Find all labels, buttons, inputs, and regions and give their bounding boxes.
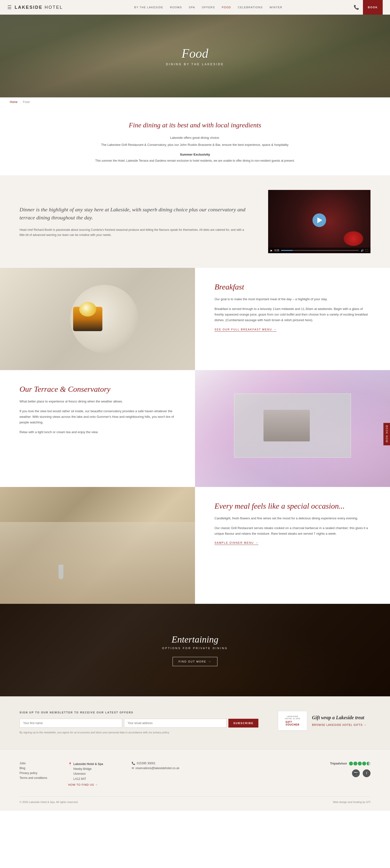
- phone-icon: [132, 762, 135, 765]
- dinner-menu-link[interactable]: SAMPLE DINNER MENU: [215, 541, 258, 545]
- video-fullscreen-icon[interactable]: ⛶: [366, 249, 368, 252]
- intro-exclusivity-text: This summer the Hotel, Lakeside Terrace …: [49, 158, 341, 163]
- terrace-content: Our Terrace & Conservatory What better p…: [0, 370, 195, 487]
- gift-browse-link[interactable]: BROWSE LAKESIDE HOTEL GIFTS: [312, 723, 367, 726]
- breadcrumb-home[interactable]: Home: [10, 100, 18, 104]
- video-player[interactable]: ▶ 0:26 🔊 ⛶: [268, 190, 370, 253]
- phone-icon[interactable]: 📞: [354, 5, 359, 10]
- video-section: Dinner is the highlight of any stay here…: [0, 175, 390, 268]
- ta-dot-5: [367, 762, 370, 766]
- tripadvisor-dots: [349, 762, 370, 766]
- footer-social-column: Tripadvisor 📷 f: [195, 762, 370, 787]
- terrace-image: [195, 370, 390, 487]
- wine-glass: [58, 565, 63, 579]
- intro-section: Fine dining at its best and with local i…: [0, 106, 390, 175]
- book-now-side-button[interactable]: Book Now: [383, 423, 390, 445]
- book-button[interactable]: BOOK: [363, 0, 383, 14]
- newsletter-disclaimer: By signing up to the newsletter, you agr…: [20, 731, 258, 735]
- hamburger-icon[interactable]: ☰: [7, 4, 12, 10]
- nav-link-by-the-lakeside[interactable]: BY THE LAKESIDE: [134, 6, 163, 9]
- dinner-text2: Our classic Grill Restaurant serves stea…: [215, 525, 370, 537]
- video-description: Head chef Richard Booth is passionate ab…: [20, 227, 249, 238]
- site-logo[interactable]: LAKESIDE HOTEL: [15, 5, 63, 10]
- gift-text: Gift wrap a Lakeside treat BROWSE LAKESI…: [312, 715, 367, 727]
- play-icon: [317, 217, 322, 223]
- dinner-section: Every meal feels like a special occasion…: [0, 487, 390, 604]
- footer-contact-column: 015395 30001 reservations@lakesidehotel.…: [132, 762, 180, 787]
- newsletter-firstname-input[interactable]: [20, 719, 122, 727]
- newsletter-inputs: SUBSCRIBE: [20, 719, 258, 727]
- entertaining-find-out-more-button[interactable]: FIND OUT MORE →: [173, 657, 218, 666]
- breadcrumb-separator: .: [19, 100, 20, 104]
- footer-directions-link[interactable]: HOW TO FIND US: [68, 783, 98, 786]
- dinner-heading: Every meal feels like a special occasion…: [215, 502, 370, 510]
- footer-top: Jobs Blog Privacy policy Terms and condi…: [20, 762, 370, 787]
- intro-text1: Lakeside offers great dining choice.: [49, 135, 341, 141]
- breakfast-text2: Breakfast is served through to a leisure…: [215, 306, 370, 323]
- breakfast-content: Breakfast Our goal is to make the most i…: [195, 268, 390, 370]
- intro-text2: The Lakeview Grill Restaurant & Conserva…: [49, 142, 341, 148]
- footer-link-terms[interactable]: Terms and conditions: [20, 776, 54, 780]
- footer-bottom: © 2020 Lakeside Hotel & Spa. All rights …: [20, 797, 370, 804]
- video-quote: Dinner is the highlight of any stay here…: [20, 206, 249, 222]
- newsletter-subscribe-button[interactable]: SUBSCRIBE: [228, 719, 258, 727]
- voucher-label: GIFTVOUCHER: [285, 721, 299, 726]
- terrace-people: [263, 410, 310, 441]
- newsletter-email-input[interactable]: [124, 719, 227, 727]
- hero-section: Food DINING BY THE LAKESIDE: [0, 14, 390, 97]
- terrace-text2: If you love the view but would rather si…: [20, 408, 175, 425]
- video-text: Dinner is the highlight of any stay here…: [20, 206, 249, 238]
- terrace-section: Our Terrace & Conservatory What better p…: [0, 370, 390, 487]
- tripadvisor-rating: Tripadvisor: [330, 762, 370, 766]
- nav-link-celebrations[interactable]: CELEBRATIONS: [238, 6, 263, 9]
- video-play-icon[interactable]: ▶: [271, 249, 273, 252]
- terrace-text1: What better place to experience al fresc…: [20, 399, 175, 404]
- footer-address-column: Lakeside Hotel & Spa Newby BridgeUlverst…: [68, 762, 117, 787]
- nav-link-offers[interactable]: OFFERS: [202, 6, 215, 9]
- breakfast-menu-link[interactable]: SEE OUR FULL BREAKFAST MENU: [215, 328, 277, 332]
- social-icons: 📷 f: [352, 769, 370, 777]
- video-progress-bar[interactable]: [281, 250, 359, 251]
- breadcrumb-current: Food: [23, 100, 29, 104]
- email-icon: [132, 767, 134, 770]
- facebook-icon[interactable]: f: [363, 769, 370, 777]
- video-controls: ▶ 0:26 🔊 ⛶: [268, 248, 370, 253]
- tripadvisor-logo: Tripadvisor: [330, 762, 347, 765]
- ta-dot-1: [349, 762, 353, 766]
- video-volume-icon[interactable]: 🔊: [361, 249, 364, 252]
- egg-stack: [73, 307, 102, 331]
- footer-email-link[interactable]: reservations@lakesidehotel.co.uk: [136, 767, 179, 770]
- nav-link-spa[interactable]: SPA: [189, 6, 195, 9]
- video-progress-fill: [281, 250, 293, 251]
- dinner-content: Every meal feels like a special occasion…: [195, 487, 390, 604]
- dinner-image: [0, 487, 195, 604]
- gift-voucher-image: LAKESIDEHOTEL & SPA GIFTVOUCHER: [278, 711, 307, 731]
- nav-link-food[interactable]: FOOD: [222, 6, 231, 9]
- footer-link-blog[interactable]: Blog: [20, 767, 54, 770]
- ta-dot-2: [354, 762, 357, 766]
- intro-subheading: Summer Exclusivity: [49, 153, 341, 156]
- instagram-icon[interactable]: 📷: [352, 769, 360, 777]
- voucher-logo: LAKESIDEHOTEL & SPA: [285, 715, 300, 720]
- ta-dot-3: [358, 762, 362, 766]
- play-button[interactable]: [312, 214, 326, 227]
- nav-left: ☰ LAKESIDE HOTEL: [7, 4, 63, 10]
- nav-link-rooms[interactable]: ROOMS: [170, 6, 182, 9]
- entertaining-content: Entertaining OPTIONS FOR PRIVATE DINING …: [162, 634, 228, 666]
- hero-subtitle: DINING BY THE LAKESIDE: [166, 63, 224, 66]
- hero-content: Food DINING BY THE LAKESIDE: [166, 46, 224, 66]
- egg-top: [79, 302, 96, 316]
- ta-dot-4: [362, 762, 366, 766]
- entertaining-btn-label: FIND OUT MORE: [179, 660, 206, 663]
- footer-link-privacy[interactable]: Privacy policy: [20, 771, 54, 775]
- hero-title: Food: [166, 46, 224, 61]
- navigation: ☰ LAKESIDE HOTEL BY THE LAKESIDE ROOMS S…: [0, 0, 390, 14]
- breakfast-text1: Our goal is to make the most important m…: [215, 296, 370, 302]
- footer-copyright: © 2020 Lakeside Hotel & Spa. All rights …: [20, 801, 78, 804]
- newsletter-section: SIGN UP TO OUR NEWSLETTER TO RECEIVE OUR…: [0, 696, 390, 749]
- footer-link-jobs[interactable]: Jobs: [20, 762, 54, 765]
- footer-phone-link[interactable]: 015395 30001: [137, 762, 156, 765]
- nav-link-winter[interactable]: WINTER: [270, 6, 282, 9]
- entertaining-subtitle: OPTIONS FOR PRIVATE DINING: [162, 647, 228, 650]
- gift-heading: Gift wrap a Lakeside treat: [312, 715, 367, 720]
